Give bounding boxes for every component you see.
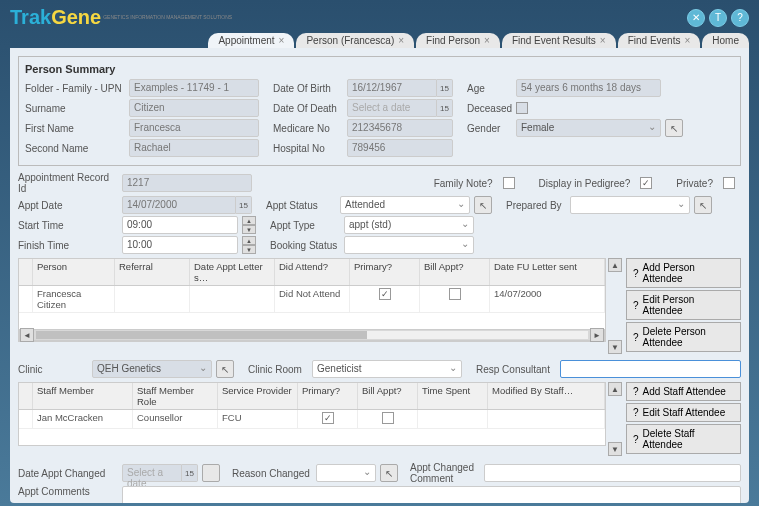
lookup-icon[interactable]: ↖: [216, 360, 234, 378]
tab-person[interactable]: Person (Francesca)×: [296, 33, 414, 48]
close-icon[interactable]: ×: [484, 35, 490, 46]
bill-checkbox[interactable]: [449, 288, 461, 300]
primary-checkbox[interactable]: ✓: [379, 288, 391, 300]
col-referral[interactable]: Referral: [115, 259, 190, 285]
calendar-icon[interactable]: 15: [437, 99, 453, 117]
tab-bar: Appointment× Person (Francesca)× Find Pe…: [0, 33, 759, 48]
tab-find-event-results[interactable]: Find Event Results×: [502, 33, 616, 48]
col-time[interactable]: Time Spent: [418, 383, 488, 409]
col-staff[interactable]: Staff Member: [33, 383, 133, 409]
close-app-icon[interactable]: ✕: [687, 9, 705, 27]
date-changed-field[interactable]: Select a date: [122, 464, 182, 482]
tab-home[interactable]: Home: [702, 33, 749, 48]
close-icon[interactable]: ×: [279, 35, 285, 46]
tab-label: Find Event Results: [512, 35, 596, 46]
deceased-checkbox[interactable]: [516, 102, 528, 114]
display-pedigree-checkbox[interactable]: ✓: [640, 177, 652, 189]
tab-appointment[interactable]: Appointment×: [208, 33, 294, 48]
person-attendee-table: Person Referral Date Appt Letter s… Did …: [18, 258, 606, 342]
scroll-right-icon[interactable]: ►: [590, 328, 604, 342]
clear-icon[interactable]: [202, 464, 220, 482]
tab-find-events[interactable]: Find Events×: [618, 33, 701, 48]
scroll-down-icon[interactable]: ▼: [608, 340, 622, 354]
resp-consultant-field[interactable]: [560, 360, 741, 378]
info-icon[interactable]: T: [709, 9, 727, 27]
col-primary[interactable]: Primary?: [298, 383, 358, 409]
reason-changed-label: Reason Changed: [232, 468, 312, 479]
prepared-by-label: Prepared By: [506, 200, 566, 211]
spin-down-icon[interactable]: ▼: [242, 245, 256, 254]
delete-staff-attendee-button[interactable]: ?Delete Staff Attendee: [626, 424, 741, 454]
cell-bill: [420, 286, 490, 312]
scroll-up-icon[interactable]: ▲: [608, 258, 622, 272]
dod-field[interactable]: Select a date: [347, 99, 437, 117]
lookup-icon[interactable]: ↖: [380, 464, 398, 482]
spin-down-icon[interactable]: ▼: [242, 225, 256, 234]
horizontal-scrollbar[interactable]: ◄►: [19, 329, 605, 341]
scroll-left-icon[interactable]: ◄: [20, 328, 34, 342]
changed-comment-field[interactable]: [484, 464, 741, 482]
calendar-icon[interactable]: 15: [236, 196, 252, 214]
col-fu-date[interactable]: Date FU Letter sent: [490, 259, 605, 285]
panel-title: Person Summary: [25, 63, 734, 75]
edit-staff-attendee-button[interactable]: ?Edit Staff Attendee: [626, 403, 741, 422]
col-date-letter[interactable]: Date Appt Letter s…: [190, 259, 275, 285]
lookup-icon[interactable]: ↖: [665, 119, 683, 137]
calendar-icon[interactable]: 15: [437, 79, 453, 97]
reason-changed-select[interactable]: [316, 464, 376, 482]
add-staff-attendee-button[interactable]: ?Add Staff Attendee: [626, 382, 741, 401]
gender-select[interactable]: Female: [516, 119, 661, 137]
secondname-label: Second Name: [25, 143, 125, 154]
calendar-icon[interactable]: 15: [182, 464, 198, 482]
table-row[interactable]: Jan McCracken Counsellor FCU ✓: [19, 410, 605, 429]
lookup-icon[interactable]: ↖: [694, 196, 712, 214]
col-person[interactable]: Person: [33, 259, 115, 285]
date-changed-label: Date Appt Changed: [18, 468, 118, 479]
close-icon[interactable]: ×: [398, 35, 404, 46]
private-checkbox[interactable]: [723, 177, 735, 189]
col-provider[interactable]: Service Provider: [218, 383, 298, 409]
logo-trak: Trak: [10, 6, 51, 28]
prepared-by-select[interactable]: [570, 196, 690, 214]
dod-label: Date Of Death: [273, 103, 343, 114]
dob-label: Date Of Birth: [273, 83, 343, 94]
tab-find-person[interactable]: Find Person×: [416, 33, 500, 48]
primary-checkbox[interactable]: ✓: [322, 412, 334, 424]
spin-up-icon[interactable]: ▲: [242, 236, 256, 245]
family-note-checkbox[interactable]: [503, 177, 515, 189]
col-role[interactable]: Staff Member Role: [133, 383, 218, 409]
appt-comments-field[interactable]: [122, 486, 741, 503]
clinic-select[interactable]: QEH Genetics: [92, 360, 212, 378]
delete-person-attendee-button[interactable]: ?Delete Person Attendee: [626, 322, 741, 352]
col-primary[interactable]: Primary?: [350, 259, 420, 285]
scroll-down-icon[interactable]: ▼: [608, 442, 622, 456]
bill-checkbox[interactable]: [382, 412, 394, 424]
col-modified[interactable]: Modified By Staff…: [488, 383, 605, 409]
col-bill[interactable]: Bill Appt?: [358, 383, 418, 409]
button-label: Edit Person Attendee: [643, 294, 734, 316]
spin-up-icon[interactable]: ▲: [242, 216, 256, 225]
start-time-field[interactable]: 09:00: [122, 216, 238, 234]
button-label: Delete Person Attendee: [643, 326, 734, 348]
tab-label: Find Events: [628, 35, 681, 46]
col-attend[interactable]: Did Attend?: [275, 259, 350, 285]
scroll-up-icon[interactable]: ▲: [608, 382, 622, 396]
help-icon[interactable]: ?: [731, 9, 749, 27]
clinic-room-select[interactable]: Geneticist: [312, 360, 462, 378]
close-icon[interactable]: ×: [600, 35, 606, 46]
lookup-icon[interactable]: ↖: [474, 196, 492, 214]
close-icon[interactable]: ×: [684, 35, 690, 46]
col-bill[interactable]: Bill Appt?: [420, 259, 490, 285]
edit-person-attendee-button[interactable]: ?Edit Person Attendee: [626, 290, 741, 320]
table-row[interactable]: Francesca Citizen Did Not Attend ✓ 14/07…: [19, 286, 605, 313]
deceased-label: Deceased: [467, 103, 512, 114]
help-icon: ?: [633, 332, 639, 343]
appt-type-select[interactable]: appt (std): [344, 216, 474, 234]
cell-attend: Did Not Attend: [275, 286, 350, 312]
finish-time-label: Finish Time: [18, 240, 118, 251]
add-person-attendee-button[interactable]: ?Add Person Attendee: [626, 258, 741, 288]
booking-status-select[interactable]: [344, 236, 474, 254]
appt-date-field[interactable]: 14/07/2000: [122, 196, 236, 214]
finish-time-field[interactable]: 10:00: [122, 236, 238, 254]
appt-status-select[interactable]: Attended: [340, 196, 470, 214]
